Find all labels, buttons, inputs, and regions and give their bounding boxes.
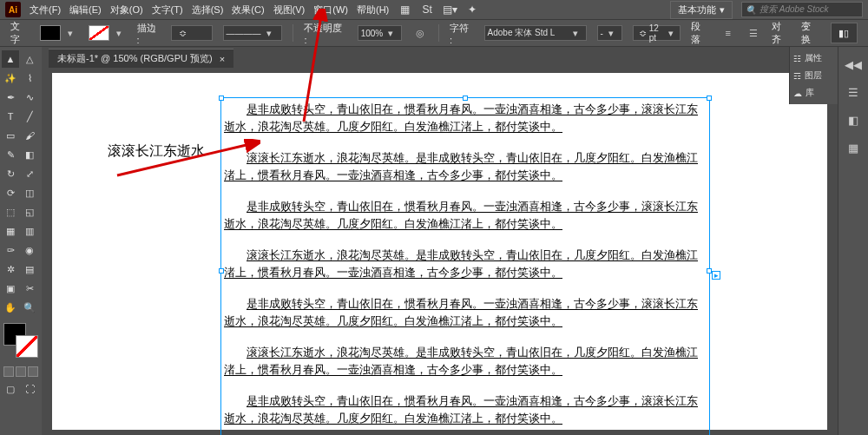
bridge-icon[interactable]: ▦ xyxy=(398,3,411,16)
none-mode-btn[interactable] xyxy=(28,366,38,377)
rotate-tool[interactable]: ↻ xyxy=(2,165,19,182)
gpu-icon[interactable]: ✦ xyxy=(465,3,479,16)
document-tab[interactable]: 未标题-1* @ 150% (RGB/GPU 预览) × xyxy=(49,49,233,68)
chevron-down-icon[interactable]: ▾ xyxy=(111,25,127,41)
mesh-tool[interactable]: ▦ xyxy=(2,222,19,240)
menu-object[interactable]: 对象(O) xyxy=(110,3,143,16)
menu-select[interactable]: 选择(S) xyxy=(192,3,224,16)
text-frame[interactable]: ▸ 是非成败转头空，青山依旧在，惯看秋月春风。一壶浊酒喜相逢，古今多少事，滚滚长… xyxy=(222,99,708,435)
arrange-icon[interactable]: ▤▾ xyxy=(443,3,457,16)
resize-handle[interactable] xyxy=(707,96,712,101)
draw-normal-btn[interactable]: ▢ xyxy=(2,380,19,398)
resize-handle[interactable] xyxy=(219,268,224,274)
width-tool[interactable]: ⟳ xyxy=(2,184,19,201)
properties-icon: ☷ xyxy=(793,54,801,63)
font-style-input[interactable]: - ▾ xyxy=(597,25,623,41)
stroke-profile-input[interactable]: ———— ▾ xyxy=(223,25,283,41)
perspective-tool[interactable]: ◱ xyxy=(21,203,38,221)
stroke-weight-input[interactable]: ≎ xyxy=(171,25,212,41)
canvas-area: 未标题-1* @ 150% (RGB/GPU 预览) × 滚滚长江东逝水 ▸ 是… xyxy=(42,47,838,435)
scale-tool[interactable]: ⤢ xyxy=(21,165,38,182)
fill-color-swatch[interactable] xyxy=(40,25,61,41)
selection-tool[interactable]: ▲ xyxy=(2,50,19,68)
menu-view[interactable]: 视图(V) xyxy=(273,3,306,16)
chevron-down-icon: ▾ xyxy=(665,25,678,41)
panel-icon-swatches[interactable]: ▦ xyxy=(845,139,862,156)
align-left-icon[interactable]: ≡ xyxy=(720,25,736,41)
stroke-color-swatch[interactable] xyxy=(89,25,109,41)
paintbrush-tool[interactable]: 🖌 xyxy=(21,127,38,144)
menu-edit[interactable]: 编辑(E) xyxy=(69,3,102,16)
dash-line-icon: ———— xyxy=(227,29,261,38)
blend-tool[interactable]: ◉ xyxy=(21,241,38,259)
artboard-tool[interactable]: ▣ xyxy=(2,280,19,297)
resize-handle[interactable] xyxy=(219,96,224,101)
divider xyxy=(438,24,439,42)
list-icon[interactable]: ☰ xyxy=(746,25,762,41)
stroke-square[interactable] xyxy=(16,335,38,358)
fill-stroke-indicator[interactable] xyxy=(3,323,38,358)
panel-properties[interactable]: ☷属性 xyxy=(793,52,834,64)
text-outport[interactable]: ▸ xyxy=(712,271,720,280)
transform-link[interactable]: 变换 xyxy=(801,20,820,46)
menu-help[interactable]: 帮助(H) xyxy=(357,3,389,16)
eraser-tool[interactable]: ◧ xyxy=(21,146,38,163)
chevron-down-icon[interactable]: ▾ xyxy=(62,25,78,41)
panel-layers[interactable]: ☶图层 xyxy=(793,69,834,82)
gradient-mode-btn[interactable] xyxy=(16,366,26,377)
annotation-label: 滚滚长江东逝水 xyxy=(108,142,205,160)
stroke-weight-label: 描边 : xyxy=(137,22,161,45)
panel-icon-properties[interactable]: ☰ xyxy=(845,83,862,101)
menu-file[interactable]: 文件(F) xyxy=(30,3,61,16)
menu-effect[interactable]: 效果(C) xyxy=(232,3,264,16)
panel-icon: ▮▯ xyxy=(838,28,849,39)
paragraph: 滚滚长江东逝水，浪花淘尽英雄。是非成败转头空，青山依旧在，几度夕阳红。白发渔樵江… xyxy=(224,247,707,281)
paragraph: 是非成败转头空，青山依旧在，惯看秋月春风。一壶浊酒喜相逢，古今多少事，滚滚长江东… xyxy=(224,295,707,330)
stepper-icon: ≎ xyxy=(636,25,649,41)
free-transform-tool[interactable]: ◫ xyxy=(21,184,38,201)
document-title: 未标题-1* @ 150% (RGB/GPU 预览) xyxy=(57,52,213,65)
toolbox: ▲△ ✨⌇ ✒∿ T╱ ▭🖌 ✎◧ ↻⤢ ⟳◫ ⬚◱ ▦▥ ✑◉ ✲▤ ▣✂ ✋… xyxy=(0,47,42,435)
hand-tool[interactable]: ✋ xyxy=(2,299,19,316)
curvature-tool[interactable]: ∿ xyxy=(21,89,38,106)
paragraph-link[interactable]: 段落 xyxy=(691,20,710,46)
zoom-tool[interactable]: 🔍 xyxy=(21,299,38,316)
resize-handle[interactable] xyxy=(463,96,468,101)
panel-toggle-button[interactable]: ▮▯ xyxy=(831,23,858,43)
graph-tool[interactable]: ▤ xyxy=(21,260,38,278)
search-placeholder: 搜索 Adobe Stock xyxy=(760,3,828,16)
opacity-input[interactable]: 100% ▾ xyxy=(358,25,403,41)
close-tab-icon[interactable]: × xyxy=(220,54,225,64)
color-mode-btn[interactable] xyxy=(3,366,14,377)
menu-window[interactable]: 窗口(W) xyxy=(313,3,348,16)
eyedropper-tool[interactable]: ✑ xyxy=(2,241,19,259)
direct-selection-tool[interactable]: △ xyxy=(21,50,38,68)
font-size-input[interactable]: ≎ 12 pt ▾ xyxy=(633,25,681,41)
control-bar: 文字 ▾ ▾ 描边 : ≎ ———— ▾ 不透明度 : 100% ▾ ◎ 字符 … xyxy=(0,19,868,47)
type-tool[interactable]: T xyxy=(2,108,19,125)
symbol-sprayer-tool[interactable]: ✲ xyxy=(2,260,19,278)
workspace: ▲△ ✨⌇ ✒∿ T╱ ▭🖌 ✎◧ ↻⤢ ⟳◫ ⬚◱ ▦▥ ✑◉ ✲▤ ▣✂ ✋… xyxy=(0,47,868,435)
lasso-tool[interactable]: ⌇ xyxy=(21,69,38,87)
stock-icon[interactable]: St xyxy=(420,3,434,16)
panel-icon-color[interactable]: ◧ xyxy=(845,111,862,129)
font-family-input[interactable]: Adobe 宋体 Std L ▾ xyxy=(484,25,587,41)
slice-tool[interactable]: ✂ xyxy=(21,280,38,297)
panel-collapse-icon[interactable]: ◀◀ xyxy=(845,56,862,73)
artboard[interactable]: 滚滚长江东逝水 ▸ 是非成败转头空，青山依旧在，惯看秋月春风。一壶浊酒喜相逢，古… xyxy=(52,73,827,430)
panel-libraries[interactable]: ☁库 xyxy=(793,87,834,99)
shape-builder-tool[interactable]: ⬚ xyxy=(2,203,19,221)
workspace-switcher[interactable]: 基本功能 ▾ xyxy=(670,1,733,19)
adobe-stock-search[interactable]: 🔍 搜索 Adobe Stock xyxy=(741,2,863,17)
magic-wand-tool[interactable]: ✨ xyxy=(2,69,19,87)
align-link[interactable]: 对齐 xyxy=(772,20,791,46)
line-tool[interactable]: ╱ xyxy=(21,108,38,125)
gradient-tool[interactable]: ▥ xyxy=(21,222,38,240)
screen-mode-btn[interactable]: ⛶ xyxy=(21,380,38,398)
menu-type[interactable]: 文字(T) xyxy=(152,3,183,16)
shaper-tool[interactable]: ✎ xyxy=(2,146,19,163)
recolor-icon[interactable]: ◎ xyxy=(412,25,428,41)
character-label: 字符 : xyxy=(450,22,474,45)
pen-tool[interactable]: ✒ xyxy=(2,89,19,106)
rectangle-tool[interactable]: ▭ xyxy=(2,127,19,144)
